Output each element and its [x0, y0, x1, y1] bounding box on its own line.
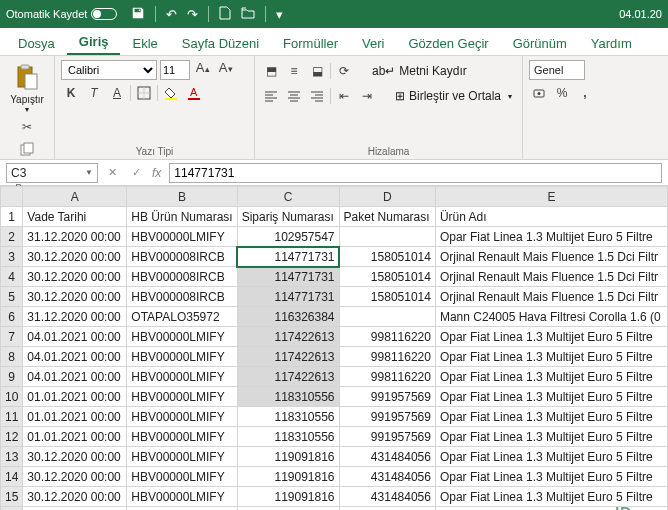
- redo-icon[interactable]: ↷: [187, 7, 198, 22]
- tab-dosya[interactable]: Dosya: [6, 30, 67, 55]
- tab-görünüm[interactable]: Görünüm: [501, 30, 579, 55]
- cell-A7[interactable]: 04.01.2021 00:00: [23, 327, 127, 347]
- cell-E10[interactable]: Opar Fiat Linea 1.3 Multijet Euro 5 Filt…: [435, 387, 667, 407]
- row-header[interactable]: 14: [1, 467, 23, 487]
- row-header[interactable]: 16: [1, 507, 23, 511]
- row-header[interactable]: 10: [1, 387, 23, 407]
- increase-font-icon[interactable]: A▴: [193, 60, 213, 80]
- new-icon[interactable]: [219, 6, 231, 23]
- underline-button[interactable]: A: [107, 83, 127, 103]
- paste-button[interactable]: [10, 60, 44, 94]
- cell-B2[interactable]: HBV00000LMIFY: [127, 227, 237, 247]
- font-size-input[interactable]: [160, 60, 190, 80]
- cell-A14[interactable]: 30.12.2020 00:00: [23, 467, 127, 487]
- toggle-icon[interactable]: [91, 8, 117, 20]
- cell-A3[interactable]: 30.12.2020 00:00: [23, 247, 127, 267]
- cell-D6[interactable]: [339, 307, 435, 327]
- fx-icon[interactable]: fx: [152, 166, 161, 180]
- cell-E11[interactable]: Opar Fiat Linea 1.3 Multijet Euro 5 Filt…: [435, 407, 667, 427]
- tab-ekle[interactable]: Ekle: [120, 30, 169, 55]
- row-header[interactable]: 6: [1, 307, 23, 327]
- chevron-down-icon[interactable]: ▾: [276, 7, 283, 22]
- cell-A2[interactable]: 31.12.2020 00:00: [23, 227, 127, 247]
- row-header[interactable]: 13: [1, 447, 23, 467]
- cell-D15[interactable]: 431484056: [339, 487, 435, 507]
- cell-E4[interactable]: Orjinal Renault Mais Fluence 1.5 Dci Fil…: [435, 267, 667, 287]
- orientation-icon[interactable]: ⟳: [334, 61, 354, 81]
- row-header[interactable]: 11: [1, 407, 23, 427]
- cell-A11[interactable]: 01.01.2021 00:00: [23, 407, 127, 427]
- number-format-select[interactable]: Genel: [529, 60, 585, 80]
- col-header-E[interactable]: E: [435, 187, 667, 207]
- cell-D5[interactable]: 158051014: [339, 287, 435, 307]
- wrap-text-button[interactable]: ab↵Metni Kaydır: [368, 60, 471, 82]
- cell-D10[interactable]: 991957569: [339, 387, 435, 407]
- undo-icon[interactable]: ↶: [166, 7, 177, 22]
- col-header-C[interactable]: C: [237, 187, 339, 207]
- cell-C7[interactable]: 117422613: [237, 327, 339, 347]
- cell-A9[interactable]: 04.01.2021 00:00: [23, 367, 127, 387]
- cell-A8[interactable]: 04.01.2021 00:00: [23, 347, 127, 367]
- cell-A6[interactable]: 31.12.2020 00:00: [23, 307, 127, 327]
- comma-icon[interactable]: ,: [575, 83, 595, 103]
- cell-C3[interactable]: 114771731: [237, 247, 339, 267]
- row-header[interactable]: 5: [1, 287, 23, 307]
- enter-icon[interactable]: ✓: [128, 166, 144, 179]
- cell-D8[interactable]: 998116220: [339, 347, 435, 367]
- border-button[interactable]: [134, 83, 154, 103]
- cell-D7[interactable]: 998116220: [339, 327, 435, 347]
- cell-B7[interactable]: HBV00000LMIFY: [127, 327, 237, 347]
- cell-B3[interactable]: HBV000008IRCB: [127, 247, 237, 267]
- font-name-select[interactable]: Calibri: [61, 60, 157, 80]
- cell-B5[interactable]: HBV000008IRCB: [127, 287, 237, 307]
- tab-yardım[interactable]: Yardım: [579, 30, 644, 55]
- fill-color-button[interactable]: [161, 83, 181, 103]
- row-header[interactable]: 15: [1, 487, 23, 507]
- autosave-toggle[interactable]: Otomatik Kaydet: [6, 8, 117, 20]
- cell-E2[interactable]: Opar Fiat Linea 1.3 Multijet Euro 5 Filt…: [435, 227, 667, 247]
- tab-formüller[interactable]: Formüller: [271, 30, 350, 55]
- cell-D14[interactable]: 431484056: [339, 467, 435, 487]
- col-header-D[interactable]: D: [339, 187, 435, 207]
- align-center-icon[interactable]: [284, 86, 304, 106]
- cell-D13[interactable]: 431484056: [339, 447, 435, 467]
- percent-icon[interactable]: %: [552, 83, 572, 103]
- formula-input[interactable]: [169, 163, 662, 183]
- cell-D12[interactable]: 991957569: [339, 427, 435, 447]
- cell-C16[interactable]: 121706508: [237, 507, 339, 511]
- row-header[interactable]: 1: [1, 207, 23, 227]
- header-cell[interactable]: HB Ürün Numarası: [127, 207, 237, 227]
- row-header[interactable]: 3: [1, 247, 23, 267]
- cell-C2[interactable]: 102957547: [237, 227, 339, 247]
- increase-indent-icon[interactable]: ⇥: [357, 86, 377, 106]
- cell-B16[interactable]: HBV00000GSZS7: [127, 507, 237, 511]
- tab-sayfa düzeni[interactable]: Sayfa Düzeni: [170, 30, 271, 55]
- cell-A12[interactable]: 01.01.2021 00:00: [23, 427, 127, 447]
- cell-C14[interactable]: 119091816: [237, 467, 339, 487]
- select-all-cell[interactable]: [1, 187, 23, 207]
- row-header[interactable]: 2: [1, 227, 23, 247]
- tab-giriş[interactable]: Giriş: [67, 28, 121, 55]
- cell-B8[interactable]: HBV00000LMIFY: [127, 347, 237, 367]
- cell-C12[interactable]: 118310556: [237, 427, 339, 447]
- font-color-button[interactable]: A: [184, 83, 204, 103]
- cut-button[interactable]: ✂: [17, 117, 37, 137]
- cell-A10[interactable]: 01.01.2021 00:00: [23, 387, 127, 407]
- header-cell[interactable]: Ürün Adı: [435, 207, 667, 227]
- cell-C9[interactable]: 117422613: [237, 367, 339, 387]
- save-icon[interactable]: [131, 6, 145, 23]
- cell-E8[interactable]: Opar Fiat Linea 1.3 Multijet Euro 5 Filt…: [435, 347, 667, 367]
- open-icon[interactable]: [241, 7, 255, 22]
- cell-A15[interactable]: 30.12.2020 00:00: [23, 487, 127, 507]
- tab-veri[interactable]: Veri: [350, 30, 396, 55]
- align-right-icon[interactable]: [307, 86, 327, 106]
- merge-center-button[interactable]: ⊞Birleştir ve Ortala▾: [391, 85, 516, 107]
- cell-B11[interactable]: HBV00000LMIFY: [127, 407, 237, 427]
- bold-button[interactable]: K: [61, 83, 81, 103]
- col-header-A[interactable]: A: [23, 187, 127, 207]
- header-cell[interactable]: Vade Tarihi: [23, 207, 127, 227]
- cell-E6[interactable]: Mann C24005 Hava Filtresi Corolla 1.6 (0: [435, 307, 667, 327]
- cell-E14[interactable]: Opar Fiat Linea 1.3 Multijet Euro 5 Filt…: [435, 467, 667, 487]
- currency-icon[interactable]: [529, 83, 549, 103]
- col-header-B[interactable]: B: [127, 187, 237, 207]
